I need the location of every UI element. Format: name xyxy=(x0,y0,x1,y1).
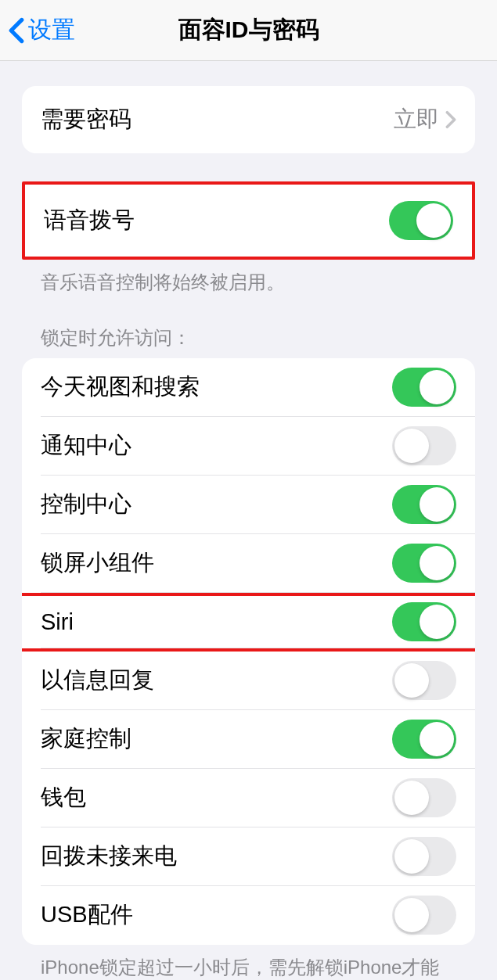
page-title: 面容ID与密码 xyxy=(178,14,319,46)
lock-access-cell: 钱包 xyxy=(22,769,475,827)
lock-access-label: 今天视图和搜索 xyxy=(41,372,200,403)
toggle-knob xyxy=(394,663,429,698)
lock-access-label: 锁屏小组件 xyxy=(41,547,154,579)
lock-access-cell: 通知中心 xyxy=(22,417,475,476)
lock-access-label: USB配件 xyxy=(41,899,133,931)
lock-access-toggle[interactable] xyxy=(392,720,456,759)
chevron-right-icon xyxy=(445,110,456,129)
chevron-left-icon xyxy=(8,17,25,44)
lock-access-cell: 以信息回复 xyxy=(22,652,475,710)
lock-access-label: 以信息回复 xyxy=(41,665,154,696)
toggle-knob xyxy=(420,487,454,522)
navigation-bar: 设置 面容ID与密码 xyxy=(0,0,497,61)
lock-access-label: Siri xyxy=(41,609,74,635)
toggle-knob xyxy=(416,203,451,238)
lock-access-toggle[interactable] xyxy=(392,485,456,524)
lock-access-group: 今天视图和搜索通知中心控制中心锁屏小组件Siri以信息回复家庭控制钱包回拨未接来… xyxy=(22,358,475,945)
lock-access-header: 锁定时允许访问： xyxy=(0,296,497,358)
lock-access-cell: 锁屏小组件 xyxy=(22,534,475,593)
lock-access-toggle[interactable] xyxy=(392,837,456,876)
lock-access-label: 控制中心 xyxy=(41,489,131,520)
lock-access-toggle[interactable] xyxy=(392,426,456,465)
lock-access-label: 回拨未接来电 xyxy=(41,841,177,872)
lock-access-cell: 家庭控制 xyxy=(22,710,475,769)
lock-access-toggle[interactable] xyxy=(392,778,456,817)
require-passcode-value: 立即 xyxy=(394,104,439,135)
voice-dial-group: 语音拨号 xyxy=(22,181,475,260)
lock-access-label: 钱包 xyxy=(41,782,86,813)
require-passcode-label: 需要密码 xyxy=(41,104,131,135)
lock-access-footer: iPhone锁定超过一小时后，需先解锁iPhone才能允许USB配件连接。 xyxy=(0,945,497,980)
lock-access-cell: 今天视图和搜索 xyxy=(22,358,475,417)
lock-access-label: 家庭控制 xyxy=(41,723,131,755)
toggle-knob xyxy=(420,546,454,580)
voice-dial-cell: 语音拨号 xyxy=(25,189,472,252)
lock-access-cell: USB配件 xyxy=(22,886,475,945)
toggle-knob xyxy=(420,370,454,404)
lock-access-toggle[interactable] xyxy=(392,661,456,700)
back-button[interactable]: 设置 xyxy=(8,14,75,46)
lock-access-toggle[interactable] xyxy=(392,368,456,407)
toggle-knob xyxy=(394,898,429,932)
toggle-knob xyxy=(394,781,429,815)
lock-access-cell: 回拨未接来电 xyxy=(22,827,475,886)
voice-dial-label: 语音拨号 xyxy=(44,205,135,236)
lock-access-cell: Siri xyxy=(22,593,475,652)
lock-access-label: 通知中心 xyxy=(41,430,131,461)
lock-access-toggle[interactable] xyxy=(392,544,456,583)
toggle-knob xyxy=(420,722,454,756)
toggle-knob xyxy=(420,605,454,639)
lock-access-cell: 控制中心 xyxy=(22,476,475,534)
require-passcode-cell[interactable]: 需要密码 立即 xyxy=(22,86,475,153)
lock-access-toggle[interactable] xyxy=(392,602,456,641)
back-label: 设置 xyxy=(28,14,75,46)
require-passcode-group: 需要密码 立即 xyxy=(22,86,475,153)
voice-dial-toggle[interactable] xyxy=(389,201,453,240)
voice-dial-footer: 音乐语音控制将始终被启用。 xyxy=(0,260,497,296)
toggle-knob xyxy=(394,429,429,463)
lock-access-toggle[interactable] xyxy=(392,896,456,935)
toggle-knob xyxy=(394,839,429,874)
